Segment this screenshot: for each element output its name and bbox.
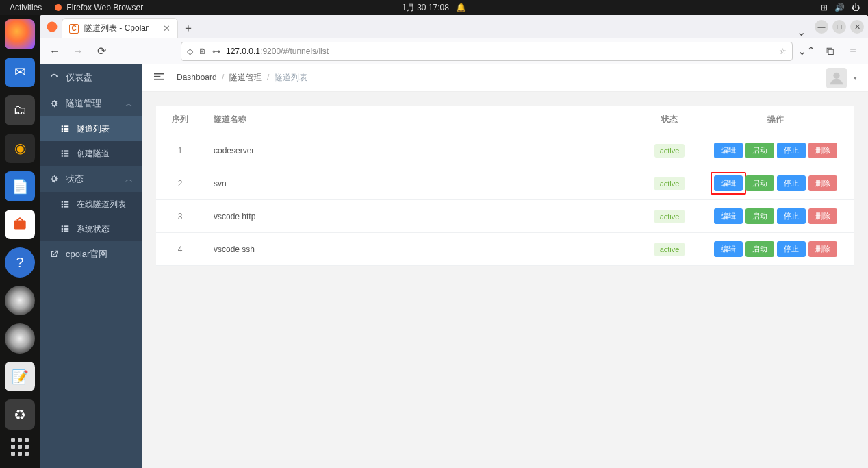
tab-close-button[interactable]: ✕ (163, 23, 170, 34)
forward-button[interactable]: → (68, 42, 88, 61)
delete-button[interactable]: 删除 (808, 208, 837, 224)
gear-icon (49, 99, 59, 108)
stop-button[interactable]: 停止 (777, 241, 806, 257)
svg-rect-11 (62, 153, 63, 154)
firefox-menu-icon[interactable] (42, 15, 62, 38)
pocket-icon[interactable]: ⌄⌃ (797, 42, 816, 61)
dock-help[interactable]: ? (5, 247, 35, 278)
edit-button[interactable]: 编辑 (714, 143, 743, 158)
svg-rect-13 (62, 155, 63, 156)
breadcrumb-dashboard[interactable]: Dashboard (177, 73, 217, 82)
notification-icon[interactable]: 🔔 (456, 3, 466, 12)
svg-rect-24 (64, 228, 68, 230)
url-text: 127.0.0.1:9200/#/tunnels/list (226, 47, 774, 56)
sidebar-tunnel-create[interactable]: 创建隧道 (40, 141, 142, 166)
start-button[interactable]: 启动 (745, 175, 774, 191)
window-maximize[interactable]: □ (832, 20, 846, 34)
svg-rect-6 (64, 128, 68, 130)
sidebar-system-status[interactable]: 系统状态 (40, 217, 142, 241)
breadcrumb: Dashboard / 隧道管理 / 隧道列表 (177, 72, 307, 84)
start-button[interactable]: 启动 (745, 208, 774, 224)
dock-disc-2[interactable] (5, 323, 35, 354)
main-header: Dashboard / 隧道管理 / 隧道列表 ▾ (142, 64, 868, 92)
sidebar-status[interactable]: 状态 ︿ (40, 166, 142, 192)
sidebar-online-list[interactable]: 在线隧道列表 (40, 192, 142, 217)
user-avatar[interactable] (826, 68, 847, 88)
topbar-app-indicator[interactable]: Firefox Web Browser (54, 3, 143, 12)
svg-rect-14 (64, 155, 68, 156)
svg-point-30 (833, 72, 839, 78)
window-close[interactable]: ✕ (850, 20, 864, 34)
svg-rect-5 (62, 128, 63, 130)
stop-button[interactable]: 停止 (777, 143, 806, 158)
delete-button[interactable]: 删除 (808, 241, 837, 257)
edit-button[interactable]: 编辑 (714, 208, 743, 224)
highlight-box (711, 172, 746, 195)
extensions-icon[interactable]: ⧉ (820, 42, 839, 61)
svg-rect-25 (62, 230, 63, 232)
table-row: 1codeserveractive编辑启动停止删除 (156, 134, 854, 167)
edit-button[interactable]: 编辑 (714, 175, 743, 191)
firefox-window: C 隧道列表 - Cpolar ✕ ＋ ⌄ — □ ✕ ← → ⟳ ◇ 🗎 ⊶ … (40, 15, 868, 468)
edit-button[interactable]: 编辑 (714, 241, 743, 257)
cell-name: vscode ssh (204, 233, 642, 266)
cell-status: active (642, 134, 697, 167)
sidebar-official-site[interactable]: cpolar官网 (40, 241, 142, 267)
svg-rect-1 (14, 220, 25, 229)
svg-rect-27 (154, 73, 164, 75)
tab-title: 隧道列表 - Cpolar (84, 23, 149, 34)
url-bar[interactable]: ◇ 🗎 ⊶ 127.0.0.1:9200/#/tunnels/list ☆ (181, 42, 793, 61)
svg-rect-7 (62, 130, 63, 132)
breadcrumb-current: 隧道列表 (275, 73, 307, 82)
start-button[interactable]: 启动 (745, 241, 774, 257)
user-menu-chevron[interactable]: ▾ (854, 75, 857, 82)
sidebar-toggle-icon[interactable] (153, 72, 164, 84)
sidebar-tunnel-mgmt[interactable]: 隧道管理 ︿ (40, 90, 142, 116)
cell-status: active (642, 200, 697, 233)
cell-ops: 编辑启动停止删除 (697, 134, 854, 167)
hamburger-menu[interactable]: ≡ (843, 42, 863, 61)
dock-text-editor[interactable]: 📝 (5, 362, 35, 392)
external-link-icon (49, 249, 59, 259)
chevron-up-icon: ︿ (125, 99, 133, 109)
cpolar-app: 仪表盘 隧道管理 ︿ 隧道列表 创建隧道 状态 ︿ 在线隧 (40, 64, 868, 468)
power-icon[interactable]: ⏻ (852, 3, 860, 12)
dock-rhythmbox[interactable]: ◉ (5, 134, 35, 164)
bookmark-star-icon[interactable]: ☆ (779, 47, 787, 56)
sidebar-dashboard[interactable]: 仪表盘 (40, 64, 142, 90)
network-icon[interactable]: ⊞ (821, 3, 828, 12)
tabs-dropdown[interactable]: ⌄ (791, 25, 810, 38)
firefox-icon (54, 3, 62, 12)
window-minimize[interactable]: — (815, 20, 828, 34)
svg-rect-4 (64, 125, 68, 127)
new-tab-button[interactable]: ＋ (178, 18, 199, 38)
browser-tab[interactable]: C 隧道列表 - Cpolar ✕ (62, 18, 178, 38)
dock-trash[interactable]: ♻ (5, 399, 35, 430)
clock[interactable]: 1月 30 17:08 (402, 2, 449, 14)
th-ops: 操作 (697, 106, 854, 134)
dock-software[interactable] (5, 210, 35, 240)
stop-button[interactable]: 停止 (777, 208, 806, 224)
reload-button[interactable]: ⟳ (92, 42, 111, 61)
cell-ops: 编辑启动停止删除 (697, 167, 854, 200)
chevron-up-icon: ︿ (125, 174, 133, 184)
start-button[interactable]: 启动 (745, 143, 774, 158)
dock-thunderbird[interactable]: ✉ (5, 58, 35, 88)
gear-icon (49, 174, 59, 184)
svg-rect-17 (62, 204, 63, 205)
delete-button[interactable]: 删除 (808, 175, 837, 191)
dock-disc-1[interactable] (5, 286, 35, 316)
dock-apps-grid[interactable] (11, 438, 29, 456)
activities-button[interactable]: Activities (10, 3, 42, 12)
breadcrumb-tunnel-mgmt[interactable]: 隧道管理 (229, 73, 262, 82)
delete-button[interactable]: 删除 (808, 143, 837, 158)
svg-point-2 (47, 22, 58, 32)
dock-writer[interactable]: 📄 (5, 171, 35, 201)
stop-button[interactable]: 停止 (777, 175, 806, 191)
sidebar-tunnel-list[interactable]: 隧道列表 (40, 116, 142, 141)
table-row: 4vscode sshactive编辑启动停止删除 (156, 233, 854, 266)
dock-firefox[interactable] (5, 19, 35, 49)
back-button[interactable]: ← (45, 42, 64, 61)
dock-files[interactable]: 🗂 (5, 95, 35, 125)
volume-icon[interactable]: 🔊 (834, 3, 845, 12)
